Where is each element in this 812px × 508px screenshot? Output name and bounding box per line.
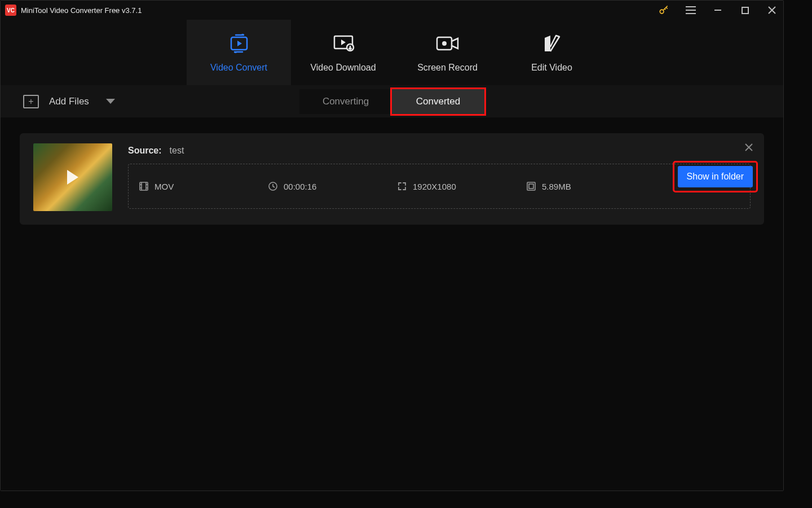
close-button[interactable] xyxy=(764,2,780,18)
converted-item-card: Source: test MOV 00:00:16 1920X1080 xyxy=(20,133,764,225)
add-files-button[interactable]: Add Files xyxy=(23,95,115,108)
resolution-value: 1920X1080 xyxy=(413,182,456,191)
tab-converting[interactable]: Converting xyxy=(299,89,392,114)
nav-label: Edit Video xyxy=(531,63,572,73)
minimize-button[interactable] xyxy=(710,2,726,18)
clock-icon xyxy=(268,181,278,191)
tab-label: Converted xyxy=(416,96,460,107)
edit-icon xyxy=(542,32,562,55)
content-area: Source: test MOV 00:00:16 1920X1080 xyxy=(1,117,783,491)
svg-marker-9 xyxy=(237,41,242,46)
meta-size: 5.89MB xyxy=(526,181,651,191)
svg-marker-11 xyxy=(341,40,346,45)
source-name: test xyxy=(170,146,184,156)
toolbar: Add Files Converting Converted xyxy=(1,85,783,117)
nav-edit-video[interactable]: Edit Video xyxy=(500,20,604,85)
record-icon xyxy=(435,32,460,55)
svg-rect-25 xyxy=(529,184,533,189)
nav-video-download[interactable]: Video Download xyxy=(291,20,395,85)
expand-icon xyxy=(397,181,407,191)
nav-label: Screen Record xyxy=(417,63,478,73)
main-nav: Video Convert Video Download xyxy=(1,20,783,85)
duration-value: 00:00:16 xyxy=(284,182,316,191)
show-in-folder-label: Show in folder xyxy=(687,172,744,181)
file-meta-box: MOV 00:00:16 1920X1080 5.89MB xyxy=(128,164,751,209)
meta-duration: 00:00:16 xyxy=(268,181,392,191)
key-icon[interactable] xyxy=(656,2,672,18)
nav-screen-record[interactable]: Screen Record xyxy=(395,20,500,85)
nav-video-convert[interactable]: Video Convert xyxy=(187,20,291,85)
video-thumbnail[interactable] xyxy=(33,143,112,211)
remove-item-button[interactable] xyxy=(745,142,753,154)
show-in-folder-button[interactable]: Show in folder xyxy=(678,166,753,187)
size-icon xyxy=(526,181,536,191)
convert-icon xyxy=(228,32,250,55)
size-value: 5.89MB xyxy=(542,182,571,191)
maximize-button[interactable] xyxy=(737,2,753,18)
source-label: Source: xyxy=(128,146,162,156)
subtabs: Converting Converted xyxy=(299,89,484,114)
tab-converted[interactable]: Converted xyxy=(392,89,484,114)
svg-marker-15 xyxy=(106,99,115,104)
play-icon xyxy=(67,170,78,185)
show-in-folder-highlight: Show in folder xyxy=(674,163,756,191)
add-file-icon xyxy=(23,95,39,108)
format-icon xyxy=(139,181,149,191)
svg-rect-5 xyxy=(742,7,748,14)
app-window: VC MiniTool Video Converter Free v3.7.1 xyxy=(0,0,784,491)
meta-resolution: 1920X1080 xyxy=(397,181,522,191)
tab-label: Converting xyxy=(323,96,369,107)
source-row: Source: test xyxy=(128,143,751,158)
window-controls xyxy=(656,2,780,18)
meta-format: MOV xyxy=(139,181,263,191)
nav-label: Video Download xyxy=(310,63,376,73)
svg-point-0 xyxy=(660,10,664,14)
download-icon xyxy=(332,32,355,55)
chevron-down-icon[interactable] xyxy=(106,96,115,107)
svg-point-14 xyxy=(442,41,447,46)
svg-rect-24 xyxy=(527,182,535,190)
title-bar: VC MiniTool Video Converter Free v3.7.1 xyxy=(1,1,783,20)
nav-label: Video Convert xyxy=(210,63,267,73)
app-logo-icon: VC xyxy=(5,5,16,16)
svg-rect-16 xyxy=(140,182,148,190)
format-value: MOV xyxy=(155,182,174,191)
hamburger-menu-icon[interactable] xyxy=(683,2,699,18)
file-info-column: Source: test MOV 00:00:16 1920X1080 xyxy=(128,143,751,211)
app-title: MiniTool Video Converter Free v3.7.1 xyxy=(21,6,142,15)
add-files-label: Add Files xyxy=(49,96,89,107)
